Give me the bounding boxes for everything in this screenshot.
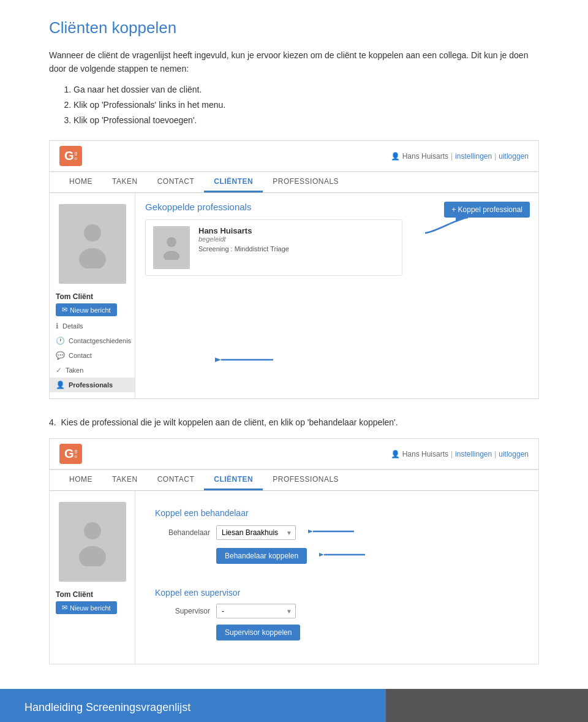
app-nav-1: HOME TAKEN CONTACT CLIËNTEN PROFESSIONAL…: [50, 172, 538, 193]
nav-professionals-2[interactable]: PROFESSIONALS: [263, 470, 349, 490]
app-nav-2: HOME TAKEN CONTACT CLIËNTEN PROFESSIONAL…: [50, 470, 538, 491]
menu-details-1[interactable]: ℹ Details: [50, 319, 135, 333]
logo-g-2: G: [64, 447, 74, 461]
nav-home-1[interactable]: HOME: [59, 172, 102, 192]
menu-taken-1[interactable]: ✓ Taken: [50, 363, 135, 378]
supervisor-select[interactable]: -: [216, 604, 296, 618]
step-4-number: 4.: [49, 417, 56, 427]
nav-clienten-1[interactable]: CLIËNTEN: [204, 172, 263, 192]
menu-contactgeschiedenis-1[interactable]: 🕐 Contactgeschiedenis: [50, 333, 135, 348]
prof-screening-1: Screening : Minddistrict Triage: [198, 245, 289, 253]
nav-clienten-2[interactable]: CLIËNTEN: [204, 470, 263, 490]
arrow-to-menu: [215, 348, 276, 374]
sidebar-1: Tom Cliënt ✉ Nieuw bericht ℹ Details 🕐 C…: [50, 193, 135, 398]
step-2: Klik op 'Professionals' links in het men…: [74, 97, 539, 113]
person-icon-1: 👤: [56, 381, 65, 389]
logo-go-2: go: [75, 449, 77, 460]
supervisor-section: Koppel een supervisor Supervisor - ▼ Sup…: [145, 579, 529, 655]
app-header-1: G go 👤 Hans Huisarts | instellingen | ui…: [50, 141, 538, 172]
msg-label-1: Nieuw bericht: [70, 306, 111, 314]
supervisor-select-wrapper[interactable]: - ▼: [216, 604, 296, 618]
app-logo-1: G go: [59, 146, 82, 166]
nav-home-2[interactable]: HOME: [59, 470, 102, 490]
user-icon-2: 👤: [391, 450, 400, 458]
clock-icon-1: 🕐: [56, 336, 65, 345]
msg-button-2[interactable]: ✉ Nieuw bericht: [56, 601, 117, 614]
prof-role-1: begeleidt: [198, 235, 289, 243]
logout-link-1[interactable]: uitloggen: [499, 152, 529, 161]
app-logo-2: G go: [59, 444, 82, 464]
chat-icon-1: 💬: [56, 351, 65, 360]
nav-taken-2[interactable]: TAKEN: [102, 470, 148, 490]
svg-point-3: [167, 237, 176, 247]
username-1: Hans Huisarts: [402, 152, 448, 161]
client-name-2: Tom Cliënt: [50, 587, 135, 601]
menu-professionals-label: Professionals: [69, 381, 113, 389]
behandelaar-koppelen-btn[interactable]: Behandelaar koppelen: [216, 548, 307, 564]
footer-title: Handleiding Screeningsvragenlijst: [24, 701, 190, 714]
footer-left: Handleiding Screeningsvragenlijst: [0, 689, 386, 722]
user-icon-1: 👤: [391, 152, 400, 161]
screenshot-1: G go 👤 Hans Huisarts | instellingen | ui…: [49, 140, 539, 399]
username-2: Hans Huisarts: [402, 450, 448, 458]
logout-link-2[interactable]: uitloggen: [499, 450, 529, 458]
behandelaar-select-wrapper[interactable]: Liesan Braakhuis ▼: [216, 525, 296, 540]
step-3: Klik op 'Professional toevoegen'.: [74, 113, 539, 128]
user-nav-2: 👤 Hans Huisarts | instellingen | uitlogg…: [391, 450, 529, 458]
menu-taken-label: Taken: [66, 367, 83, 374]
intro-text: Wanneer de cliënt de vragenlijst heeft i…: [49, 48, 539, 76]
menu-contact-1[interactable]: 💬 Contact: [50, 348, 135, 363]
footer-right: [386, 689, 588, 722]
svg-point-6: [84, 522, 101, 539]
msg-icon-2: ✉: [62, 604, 67, 612]
behandelaar-title: Koppel een behandelaar: [155, 508, 519, 518]
step-4-label: Kies de professional die je wilt koppele…: [61, 417, 398, 427]
app-header-2: G go 👤 Hans Huisarts | instellingen | ui…: [50, 439, 538, 470]
user-nav-1: 👤 Hans Huisarts | instellingen | uitlogg…: [391, 152, 529, 161]
info-icon-1: ℹ: [56, 322, 59, 330]
page-title: Cliënten koppelen: [49, 18, 539, 37]
svg-point-7: [79, 546, 106, 566]
sidebar-2: Tom Cliënt ✉ Nieuw bericht: [50, 491, 135, 664]
arrow-to-koppel: [422, 211, 471, 238]
logo-box-2: G go: [59, 444, 82, 464]
screenshot-2: G go 👤 Hans Huisarts | instellingen | ui…: [49, 438, 539, 664]
menu-details-label: Details: [62, 322, 83, 330]
menu-contact-label: Contact: [69, 352, 92, 359]
nav-contact-1[interactable]: CONTACT: [148, 172, 205, 192]
app-body-1: Tom Cliënt ✉ Nieuw bericht ℹ Details 🕐 C…: [50, 193, 538, 398]
supervisor-row: Supervisor - ▼: [155, 604, 519, 618]
client-avatar-1: [59, 204, 126, 284]
nav-taken-1[interactable]: TAKEN: [102, 172, 148, 192]
logo-box-1: G go: [59, 146, 82, 166]
msg-icon-1: ✉: [62, 306, 67, 314]
supervisor-btn-row: Supervisor koppelen: [155, 625, 519, 640]
step-4-text: 4. Kies de professional die je wilt kopp…: [49, 417, 539, 427]
prof-name-1: Hans Huisarts: [198, 226, 289, 235]
msg-label-2: Nieuw bericht: [70, 604, 111, 612]
logo-g: G: [64, 149, 74, 163]
behandelaar-section: Koppel een behandelaar Behandelaar Liesa…: [145, 500, 529, 579]
nav-contact-2[interactable]: CONTACT: [148, 470, 205, 490]
supervisor-label: Supervisor: [155, 607, 210, 615]
nav-professionals-1[interactable]: PROFESSIONALS: [263, 172, 349, 192]
svg-point-4: [164, 251, 179, 260]
svg-point-1: [79, 248, 106, 268]
page-content: Cliënten koppelen Wanneer de cliënt de v…: [0, 0, 588, 664]
settings-link-2[interactable]: instellingen: [455, 450, 492, 458]
svg-point-0: [84, 224, 101, 241]
menu-professionals-1[interactable]: 👤 Professionals: [50, 378, 135, 392]
app-body-2: Tom Cliënt ✉ Nieuw bericht Koppel een be…: [50, 491, 538, 664]
msg-button-1[interactable]: ✉ Nieuw bericht: [56, 303, 117, 316]
arrow-to-select: [308, 524, 357, 541]
supervisor-koppelen-btn[interactable]: Supervisor koppelen: [216, 625, 300, 640]
professional-card-1: Hans Huisarts begeleidt Screening : Mind…: [145, 219, 402, 276]
prof-avatar-1: [153, 226, 190, 269]
steps-list: Ga naar het dossier van de cliënt. Klik …: [74, 82, 539, 129]
main-panel-2: Koppel een behandelaar Behandelaar Liesa…: [135, 491, 538, 664]
step-1: Ga naar het dossier van de cliënt.: [74, 82, 539, 97]
menu-contact-hist-label: Contactgeschiedenis: [69, 337, 131, 344]
page-footer: Handleiding Screeningsvragenlijst: [0, 689, 588, 722]
settings-link-1[interactable]: instellingen: [455, 152, 492, 161]
behandelaar-select[interactable]: Liesan Braakhuis: [216, 525, 296, 540]
